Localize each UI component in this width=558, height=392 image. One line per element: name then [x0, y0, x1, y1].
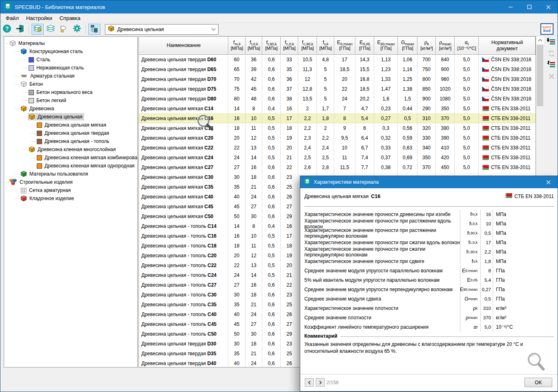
table-row[interactable]: Древесина цельная мягкая C2727160,6222,6… — [139, 163, 536, 172]
column-header-11[interactable]: ρk[кг/м³] — [417, 37, 436, 54]
table-row[interactable]: Древесина цельная твердая D6565390,63511… — [139, 65, 536, 74]
tree-item[interactable]: Древесина цельная мягкая — [4, 121, 137, 129]
tree-item[interactable]: Бетон легкий — [4, 96, 137, 105]
column-header-2[interactable]: ft,0,k[МПа] — [246, 37, 262, 54]
prev-material-button[interactable] — [305, 378, 314, 387]
run-button[interactable] — [58, 24, 70, 35]
value-cell: 0,6 — [262, 349, 281, 359]
library-edit-button[interactable] — [31, 24, 44, 35]
exit-button[interactable] — [14, 24, 26, 35]
value-cell: 23 — [281, 290, 298, 300]
tree-item[interactable]: Древесина клееная мягкая комбинированная — [4, 154, 137, 162]
tree-connector — [15, 109, 19, 109]
value-cell: 8 — [246, 104, 262, 114]
library-button[interactable] — [45, 24, 57, 35]
tree-item[interactable]: Арматура стальная — [4, 72, 137, 80]
tree-item[interactable]: Бетон нормального веса — [4, 88, 137, 96]
value-cell: 0,6 — [262, 290, 281, 300]
table-row[interactable]: Древесина цельная мягкая C2020120,5192,3… — [139, 133, 536, 143]
column-header-symbol: E0,mean — [337, 40, 353, 45]
tree-item-content: Древесина цельная мягкая — [36, 122, 108, 128]
property-value: 17 — [481, 238, 493, 247]
table-row[interactable]: Древесина цельная твердая D6060360,63310… — [139, 55, 536, 65]
tree-item[interactable]: Древесина цельная — [4, 113, 137, 121]
tree-connector — [7, 43, 8, 44]
column-header-8[interactable]: E0,05[ГПа] — [355, 37, 374, 54]
tree-item[interactable]: Нержавеющая сталь — [4, 64, 137, 72]
pager-label: 2/156 — [326, 380, 339, 385]
tree-item[interactable]: Древесина цельная твердая — [4, 129, 137, 137]
refresh-button[interactable] — [546, 49, 557, 59]
cube-green-icon — [20, 171, 27, 177]
column-header-0[interactable]: Наименование — [139, 37, 228, 54]
table-row[interactable]: Древесина цельная твердая D8080480,63813… — [139, 94, 536, 104]
specbud-logo[interactable]: spec bud — [540, 23, 554, 35]
table-row[interactable]: Древесина цельная мягкая C141480,41621,7… — [139, 104, 536, 114]
close-button[interactable] — [539, 0, 558, 13]
table-row[interactable]: Древесина цельная мягкая C2222130,5202,4… — [139, 143, 536, 153]
tree-item[interactable]: Материалы — [4, 39, 137, 47]
help-button[interactable]: ? — [1, 24, 13, 35]
column-header-10[interactable]: Gmean[ГПа] — [398, 37, 417, 54]
tree-item[interactable]: Древесина — [4, 105, 137, 113]
tree-item[interactable]: Кладочное изделие — [4, 194, 137, 203]
flag-cz-icon — [482, 96, 489, 101]
tree-item[interactable]: Древесина цельная - тополь — [4, 137, 137, 145]
menu-item-file[interactable]: Файл — [2, 14, 22, 22]
column-header-3[interactable]: ft,90,k[МПа] — [262, 37, 281, 54]
import-material-button[interactable] — [546, 38, 557, 48]
value-cell: 0,6 — [262, 172, 281, 182]
table-row[interactable]: Древесина цельная твердая D7575450,63712… — [139, 84, 536, 94]
material-category-combobox[interactable]: Древесина цельная — [105, 24, 219, 35]
column-header-4[interactable]: fc,0,k[МПа] — [281, 37, 298, 54]
tree-item[interactable]: Древесина клееная мягкая однородная — [4, 162, 137, 170]
value-cell: 900 — [417, 94, 436, 104]
minimize-button[interactable] — [501, 0, 520, 13]
column-header-unit: [МПа] — [301, 46, 314, 51]
column-header-1[interactable]: fm,k[МПа] — [228, 37, 246, 54]
next-material-button[interactable] — [316, 378, 325, 387]
scrollbar-thumb[interactable] — [537, 45, 543, 106]
maximize-button[interactable] — [520, 0, 539, 13]
scroll-up-button[interactable] — [536, 37, 544, 44]
table-row[interactable]: Древесина цельная мягкая C2424140,5212,5… — [139, 153, 536, 163]
ok-button[interactable]: OK — [525, 378, 552, 387]
value-cell: 30 — [228, 339, 246, 349]
column-header-9[interactable]: E90,mean[ГПа] — [374, 37, 398, 54]
export-material-button[interactable] — [546, 61, 557, 71]
tree-item[interactable]: Материалы пользователя — [4, 170, 137, 178]
settings-button[interactable] — [71, 24, 83, 35]
tree-view-button[interactable] — [88, 24, 100, 35]
menu-item-help[interactable]: Справка — [56, 14, 84, 22]
sq-orange2-icon — [37, 163, 42, 169]
material-name-cell: Древесина цельная твердая D30 — [139, 339, 228, 349]
menu-item-settings[interactable]: Настройки — [22, 14, 56, 22]
column-header-5[interactable]: fc,90,k[МПа] — [298, 37, 317, 54]
value-cell: 320 — [417, 123, 436, 133]
column-header-14[interactable]: Нормативный документ — [479, 37, 536, 54]
tree-item[interactable]: Древесина клееная многослойная — [4, 145, 137, 154]
table-row[interactable]: Древесина цельная твердая D7070420,63612… — [139, 74, 536, 84]
dialog-close-button[interactable] — [542, 176, 554, 188]
property-unit: МПа — [493, 249, 554, 255]
tree-item[interactable]: Бетон — [4, 80, 137, 88]
value-cell: 1,16 — [398, 65, 417, 74]
sq-gray-icon — [29, 90, 34, 95]
value-cell: 11,3 — [298, 65, 317, 74]
tree-connector — [15, 190, 19, 191]
value-cell: 14 — [228, 221, 246, 231]
material-name-cell: Древесина цельная - тополь C18 — [139, 241, 228, 251]
tree-connector — [15, 76, 19, 76]
tree-item[interactable]: Сетка арматурная — [4, 186, 137, 194]
tree-connector — [23, 117, 27, 117]
tree-item[interactable]: Сталь — [4, 56, 137, 64]
delete-button[interactable] — [546, 72, 557, 82]
column-header-7[interactable]: E0,mean[ГПа] — [334, 37, 355, 54]
tree-item[interactable]: Строительные изделия — [4, 178, 137, 186]
column-header-13[interactable]: αt[10⁻⁶/°C] — [455, 37, 479, 54]
property-row: Характеристическое значение плотностиρk3… — [304, 303, 554, 313]
column-header-6[interactable]: fv,k[МПа] — [317, 37, 334, 54]
tree-item[interactable]: Конструкционная сталь — [4, 47, 137, 56]
column-header-12[interactable]: ρmean[кг/м³] — [436, 37, 455, 54]
value-cell: 9,5 — [334, 133, 355, 143]
